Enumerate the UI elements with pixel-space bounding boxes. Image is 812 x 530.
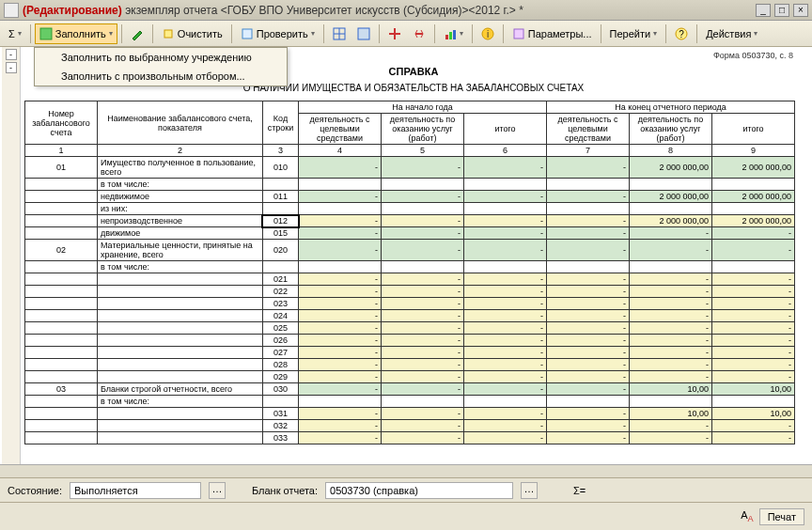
cell[interactable]: 01 — [25, 157, 98, 179]
cell[interactable]: - — [382, 215, 464, 227]
cell[interactable]: - — [711, 359, 794, 371]
cell[interactable]: - — [629, 322, 711, 335]
cell[interactable]: 10,00 — [711, 408, 794, 420]
cell[interactable]: - — [629, 371, 711, 383]
horizontal-scrollbar[interactable] — [0, 464, 812, 477]
cell[interactable] — [463, 396, 546, 408]
cell[interactable]: 020 — [262, 240, 298, 261]
cell[interactable]: - — [711, 240, 794, 261]
fill-button[interactable]: Заполнить▾ — [35, 23, 117, 44]
table-row[interactable]: 031----10,0010,00 — [25, 408, 795, 420]
cell[interactable]: - — [382, 335, 464, 347]
cell[interactable] — [299, 396, 382, 408]
cell[interactable] — [629, 179, 711, 191]
cell[interactable]: из них: — [97, 203, 262, 215]
cell[interactable]: - — [629, 420, 711, 432]
cell[interactable]: - — [629, 240, 711, 261]
cell[interactable]: - — [299, 383, 382, 396]
cell[interactable] — [711, 203, 794, 215]
cell[interactable]: - — [382, 371, 464, 383]
cell[interactable]: - — [382, 310, 464, 322]
cell[interactable]: - — [546, 227, 629, 240]
cell[interactable]: - — [299, 347, 382, 359]
cell[interactable] — [25, 432, 98, 444]
cell[interactable]: - — [463, 322, 546, 335]
cell[interactable] — [25, 420, 98, 432]
cell[interactable] — [711, 396, 794, 408]
cell[interactable]: - — [629, 273, 711, 286]
cell[interactable]: 2 000 000,00 — [711, 215, 794, 227]
cell[interactable]: - — [463, 240, 546, 261]
cell[interactable]: - — [463, 227, 546, 240]
cell[interactable]: - — [546, 359, 629, 371]
check-button[interactable]: Проверить▾ — [236, 23, 320, 44]
cell[interactable] — [25, 298, 98, 310]
actions-button[interactable]: Действия▾ — [701, 23, 762, 44]
cell[interactable] — [711, 261, 794, 273]
cell[interactable]: в том числе: — [97, 261, 262, 273]
cell[interactable]: - — [546, 432, 629, 444]
cell[interactable]: - — [299, 371, 382, 383]
cell[interactable]: - — [463, 420, 546, 432]
table-row[interactable]: 021------ — [25, 273, 795, 286]
cell[interactable] — [262, 396, 298, 408]
cell[interactable] — [25, 215, 98, 227]
blank-picker[interactable]: … — [521, 482, 538, 499]
cell[interactable]: 10,00 — [629, 383, 711, 396]
blank-field[interactable] — [325, 482, 513, 499]
cell[interactable]: - — [463, 432, 546, 444]
cell[interactable]: 027 — [262, 347, 298, 359]
cell[interactable] — [97, 322, 262, 335]
cell[interactable]: - — [711, 227, 794, 240]
cell[interactable]: непроизводственное — [97, 215, 262, 227]
cell[interactable] — [25, 227, 98, 240]
cell[interactable]: - — [546, 335, 629, 347]
cell[interactable]: - — [382, 227, 464, 240]
table-row[interactable]: 029------ — [25, 371, 795, 383]
cell[interactable]: 026 — [262, 335, 298, 347]
cell[interactable]: - — [299, 191, 382, 203]
cell[interactable]: 2 000 000,00 — [711, 191, 794, 203]
cell[interactable]: 030 — [262, 383, 298, 396]
cell[interactable]: - — [299, 408, 382, 420]
cell[interactable]: - — [382, 383, 464, 396]
cell[interactable]: - — [382, 240, 464, 261]
info-icon-button[interactable]: i — [476, 23, 499, 44]
cell[interactable]: - — [382, 408, 464, 420]
cell[interactable] — [382, 261, 464, 273]
cell[interactable]: - — [546, 157, 629, 179]
fill-by-institution[interactable]: Заполнить по выбранному учреждению — [35, 48, 287, 67]
minimize-button[interactable]: _ — [756, 4, 771, 17]
cell[interactable] — [97, 298, 262, 310]
cell[interactable] — [546, 261, 629, 273]
cell[interactable] — [97, 286, 262, 298]
cell[interactable]: 010 — [262, 157, 298, 179]
cell[interactable]: - — [629, 335, 711, 347]
cell[interactable]: - — [299, 432, 382, 444]
table-row[interactable]: в том числе: — [25, 261, 795, 273]
font-icon[interactable]: AA — [741, 509, 753, 523]
table-row[interactable]: из них: — [25, 203, 795, 215]
table-row[interactable]: движимое015------ — [25, 227, 795, 240]
cell[interactable]: - — [546, 420, 629, 432]
cell[interactable] — [97, 408, 262, 420]
cell[interactable] — [463, 261, 546, 273]
cell[interactable] — [262, 203, 298, 215]
cell[interactable]: - — [711, 286, 794, 298]
cell[interactable] — [97, 347, 262, 359]
cell[interactable]: - — [463, 371, 546, 383]
table-row[interactable]: в том числе: — [25, 396, 795, 408]
cell[interactable]: - — [629, 227, 711, 240]
table-row[interactable]: 033------ — [25, 432, 795, 444]
cell[interactable]: - — [299, 335, 382, 347]
cell[interactable]: 015 — [262, 227, 298, 240]
cell[interactable]: 025 — [262, 322, 298, 335]
cell[interactable]: 02 — [25, 240, 98, 261]
cell[interactable]: движимое — [97, 227, 262, 240]
cell[interactable] — [97, 420, 262, 432]
table-row[interactable]: 026------ — [25, 335, 795, 347]
cell[interactable]: - — [299, 157, 382, 179]
cell[interactable] — [299, 179, 382, 191]
table-row[interactable]: 03Бланки строгой отчетности, всего030---… — [25, 383, 795, 396]
cell[interactable]: - — [711, 310, 794, 322]
